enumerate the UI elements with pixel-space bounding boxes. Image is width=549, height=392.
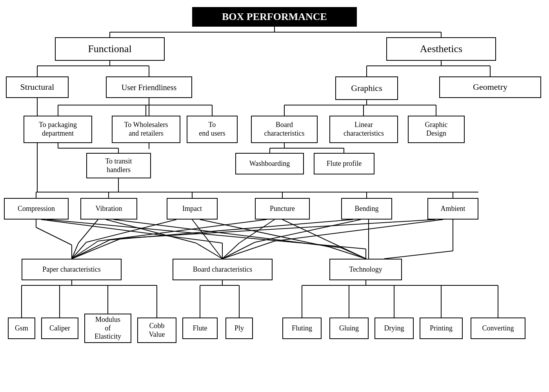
ambient-node: Ambient [427,198,478,220]
svg-line-58 [72,241,98,259]
linear-char-node: Linearcharacteristics [329,116,398,143]
board-char2-node: Board characteristics [173,259,273,280]
svg-line-49 [196,243,222,259]
vibration-node: Vibration [80,198,137,220]
svg-line-68 [72,238,122,259]
graphics-node: Graphics [335,76,398,100]
svg-line-44 [47,220,366,249]
transit-handlers-node: To transithandlers [86,153,151,178]
svg-line-59 [239,220,274,243]
impact-node: Impact [167,198,218,220]
puncture-node: Puncture [255,198,310,220]
technology-node: Technology [329,259,402,280]
cobb-node: CobbValue [137,318,176,343]
svg-line-55 [200,220,329,247]
svg-line-62 [110,220,353,240]
geometry-node: Geometry [439,76,541,98]
modulus-node: ModulusofElasticity [84,314,131,343]
svg-line-67 [122,220,435,238]
fluting-node: Fluting [282,318,322,339]
svg-line-46 [78,220,98,243]
svg-line-61 [282,220,366,259]
svg-line-64 [255,220,361,242]
end-users-node: Toend users [187,116,238,143]
printing-node: Printing [420,318,463,339]
caliper-node: Caliper [41,318,78,339]
wholesalers-node: To Wholesalersand retailers [112,116,180,143]
svg-line-51 [341,248,366,259]
svg-line-56 [329,247,366,259]
drying-node: Drying [374,318,414,339]
svg-line-42 [41,220,222,243]
functional-node: Functional [55,37,165,61]
svg-line-72 [384,251,453,259]
flute-profile-node: Flute profile [314,153,374,174]
svg-line-47 [72,243,78,259]
svg-line-70 [222,241,274,259]
compression-node: Compression [4,198,69,220]
gluing-node: Gluing [329,318,369,339]
root-node: BOX PERFORMANCE [192,7,357,27]
paper-char-node: Paper characteristics [22,259,122,280]
svg-line-52 [86,220,176,242]
svg-line-57 [98,220,267,241]
structural-node: Structural [6,76,69,98]
gsm-node: Gsm [8,318,35,339]
svg-line-69 [274,220,443,241]
washboarding-node: Washboarding [235,153,304,174]
aesthetics-node: Aesthetics [386,37,496,61]
svg-line-48 [106,220,196,243]
svg-line-53 [72,242,86,259]
svg-line-40 [36,227,72,245]
svg-line-60 [222,243,239,259]
svg-line-63 [72,240,110,259]
diagram: BOX PERFORMANCE Functional Aesthetics St… [0,0,549,392]
svg-line-65 [222,242,255,259]
user-friendliness-node: User Friendliness [106,76,192,98]
svg-line-50 [114,220,341,248]
bending-node: Bending [341,198,392,220]
converting-node: Converting [471,318,525,339]
board-char-node: Boardcharacteristics [251,116,318,143]
ply-node: Ply [225,318,253,339]
svg-line-54 [192,220,222,259]
packaging-dept-node: To packagingdepartment [24,116,92,143]
graphic-design-node: GraphicDesign [408,116,465,143]
flute-node: Flute [182,318,218,339]
